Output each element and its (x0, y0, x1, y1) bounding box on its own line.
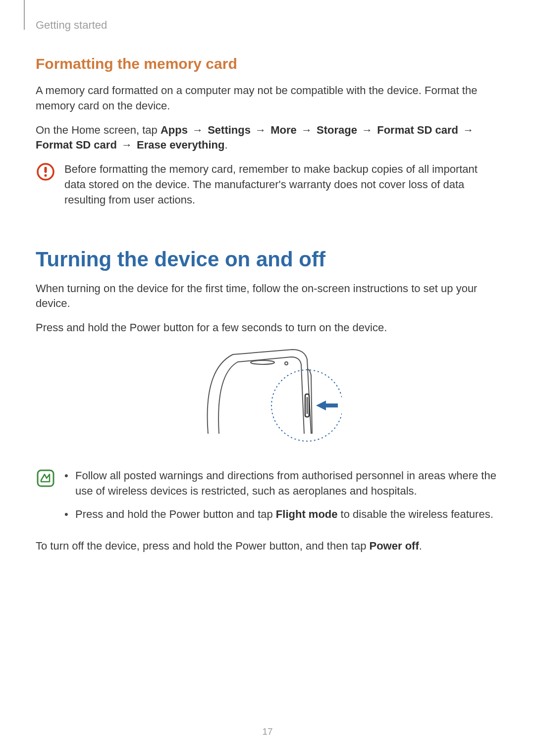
device-illustration (36, 345, 499, 454)
power-off-text: To turn off the device, press and hold t… (36, 539, 499, 554)
svg-rect-9 (38, 470, 54, 486)
path-step: Erase everything (137, 139, 224, 151)
poweroff-pre: To turn off the device, press and hold t… (36, 540, 370, 552)
turnon-intro-text: When turning on the device for the first… (36, 281, 499, 312)
arrow-icon: → (360, 124, 374, 136)
path-step: Format SD card (377, 124, 458, 136)
format-path-text: On the Home screen, tap Apps → Settings … (36, 123, 499, 153)
poweroff-strong: Power off (370, 540, 419, 552)
caution-icon (36, 162, 55, 182)
svg-point-3 (251, 360, 274, 364)
tip2-pre: Press and hold the Power button and tap (75, 508, 276, 520)
arrow-icon: → (191, 124, 205, 136)
svg-marker-8 (316, 401, 338, 410)
path-step: More (270, 124, 297, 136)
arrow-icon: → (461, 124, 475, 136)
path-step: Apps (160, 124, 188, 136)
svg-point-4 (285, 362, 288, 365)
caution-text: Before formatting the memory card, remem… (64, 162, 499, 207)
period: . (419, 540, 422, 552)
format-intro-text: A memory card formatted on a computer ma… (36, 83, 499, 114)
path-step: Settings (208, 124, 251, 136)
tip-block: Follow all posted warnings and direction… (36, 468, 499, 530)
tip2-post: to disable the wireless features. (338, 508, 493, 520)
period: . (224, 139, 227, 151)
chapter-reference: Getting started (36, 19, 499, 32)
path-step: Storage (317, 124, 357, 136)
svg-rect-2 (45, 174, 47, 177)
tip2-strong: Flight mode (276, 508, 338, 520)
tab-marker (24, 0, 25, 30)
note-icon (36, 468, 55, 488)
arrow-icon: → (254, 124, 268, 136)
tip-item: Follow all posted warnings and direction… (64, 468, 499, 499)
caution-block: Before formatting the memory card, remem… (36, 162, 499, 212)
press-hold-text: Press and hold the Power button for a fe… (36, 320, 499, 336)
svg-rect-1 (45, 167, 47, 173)
manual-page: Getting started Formatting the memory ca… (0, 0, 535, 756)
main-heading: Turning the device on and off (36, 248, 499, 271)
arrow-icon: → (120, 139, 134, 151)
page-number: 17 (0, 726, 535, 737)
tip-list: Follow all posted warnings and direction… (64, 468, 499, 522)
path-intro: On the Home screen, tap (36, 124, 160, 136)
arrow-icon: → (300, 124, 314, 136)
subsection-heading: Formatting the memory card (36, 55, 499, 72)
tip-item: Press and hold the Power button and tap … (64, 507, 499, 522)
path-step: Format SD card (36, 139, 117, 151)
